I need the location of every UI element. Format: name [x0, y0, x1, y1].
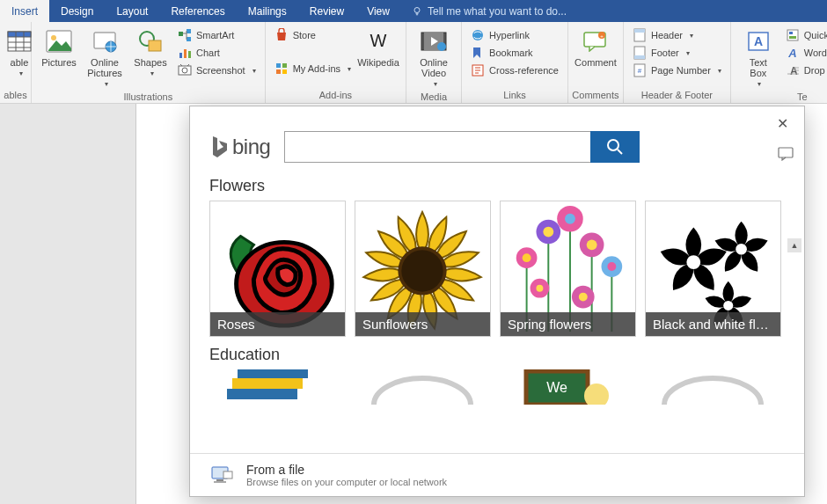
svg-point-44 — [608, 140, 618, 150]
svg-rect-38 — [787, 30, 798, 40]
tab-references[interactable]: References — [159, 0, 236, 22]
tab-view[interactable]: View — [355, 0, 401, 22]
table-button[interactable]: able — [5, 26, 33, 79]
shapes-label: Shapes — [134, 57, 166, 68]
shapes-button[interactable]: Shapes — [128, 26, 172, 79]
flowers-thumbnails: Roses — [209, 201, 785, 337]
hyperlink-icon — [471, 28, 485, 42]
group-label-media: Media — [406, 90, 461, 104]
addins-icon — [274, 62, 289, 76]
drop-cap-label: Drop Cap — [804, 65, 827, 76]
svg-text:+: + — [600, 33, 604, 39]
svg-rect-81 — [223, 471, 232, 478]
svg-text:A: A — [754, 34, 763, 48]
text-box-button[interactable]: A Text Box — [736, 26, 780, 90]
tab-review[interactable]: Review — [298, 0, 355, 22]
svg-point-54 — [523, 253, 531, 262]
group-links: Hyperlink Bookmark Cross-reference Links — [462, 22, 568, 103]
thumb-roses[interactable]: Roses — [209, 201, 346, 337]
svg-rect-71 — [232, 378, 303, 389]
store-button[interactable]: Store — [271, 27, 355, 43]
close-button[interactable]: ✕ — [772, 113, 794, 134]
online-video-button[interactable]: Online Video — [412, 26, 456, 90]
scroll-track[interactable] — [787, 252, 801, 453]
thumb-sunflowers[interactable]: Sunflowers — [355, 201, 491, 337]
svg-text:W: W — [370, 31, 387, 50]
online-pictures-button[interactable]: Online Pictures — [83, 26, 127, 90]
thumb-edu-4[interactable] — [645, 369, 781, 405]
header-button[interactable]: Header — [629, 27, 725, 43]
page-number-label: Page Number — [651, 65, 711, 76]
dialog-search-bar: bing — [190, 106, 804, 168]
thumb-edu-1[interactable] — [209, 369, 346, 405]
tab-layout[interactable]: Layout — [105, 0, 159, 22]
tell-me-search[interactable]: Tell me what you want to do... — [401, 0, 567, 22]
thumb-bw-flowers[interactable]: Black and white flo... — [645, 201, 781, 337]
svg-rect-31 — [634, 29, 645, 33]
education-thumbnails: We — [209, 369, 785, 405]
svg-point-77 — [664, 378, 761, 405]
wordart-button[interactable]: A WordArt — [782, 45, 827, 61]
text-box-icon: A — [744, 27, 772, 55]
group-label-tables: ables — [0, 88, 31, 103]
tab-insert[interactable]: Insert — [0, 0, 49, 22]
feedback-button[interactable] — [778, 147, 794, 161]
pictures-button[interactable]: Pictures — [37, 26, 81, 69]
quick-parts-button[interactable]: Quick Parts — [782, 27, 827, 43]
video-icon — [420, 27, 448, 55]
group-media: Online Video Media — [406, 22, 462, 103]
group-label-text: Te — [731, 90, 827, 104]
group-addins: Store My Add-ins W Wikipedia Add-ins — [266, 22, 406, 103]
group-label-illustrations: Illustrations — [32, 90, 265, 104]
thumb-spring-flowers[interactable]: Spring flowers — [500, 201, 636, 337]
quick-parts-icon — [786, 28, 800, 42]
dialog-scrollbar[interactable]: ▲ ▼ — [787, 238, 801, 453]
screenshot-button[interactable]: Screenshot — [174, 62, 260, 78]
screenshot-icon — [178, 63, 192, 77]
thumb-edu-3[interactable]: We — [500, 369, 636, 405]
online-pictures-dialog: ✕ bing Flowers — [189, 106, 805, 497]
online-pictures-label: Online Pictures — [87, 57, 122, 78]
drop-cap-button[interactable]: A Drop Cap — [782, 62, 827, 78]
search-input[interactable] — [284, 131, 590, 163]
comment-button[interactable]: + Comment — [574, 26, 618, 69]
dialog-body: Flowers Roses — [190, 168, 804, 453]
cross-reference-button[interactable]: Cross-reference — [467, 62, 562, 78]
from-file-option[interactable]: From a file Browse files on your compute… — [190, 453, 804, 496]
tab-mailings[interactable]: Mailings — [237, 0, 298, 22]
comment-label: Comment — [575, 57, 617, 68]
svg-point-58 — [565, 214, 575, 224]
svg-rect-13 — [184, 49, 187, 58]
computer-icon — [209, 463, 234, 487]
hyperlink-button[interactable]: Hyperlink — [467, 27, 562, 43]
cross-ref-label: Cross-reference — [489, 65, 559, 76]
svg-rect-12 — [179, 53, 182, 58]
svg-point-4 — [51, 35, 56, 40]
svg-rect-33 — [634, 55, 645, 59]
smartart-button[interactable]: SmartArt — [174, 27, 260, 43]
footer-button[interactable]: Footer — [629, 45, 725, 61]
thumb-roses-caption: Roses — [210, 312, 345, 336]
page-number-button[interactable]: # Page Number — [629, 62, 725, 78]
group-label-addins: Add-ins — [266, 88, 406, 103]
comment-icon: + — [582, 27, 610, 55]
smartart-icon — [178, 28, 192, 42]
svg-point-68 — [736, 244, 747, 255]
online-video-label: Online Video — [420, 57, 448, 78]
tab-design[interactable]: Design — [49, 0, 105, 22]
scroll-up-arrow[interactable]: ▲ — [787, 238, 801, 252]
svg-point-24 — [437, 42, 446, 51]
my-addins-button[interactable]: My Add-ins — [271, 61, 355, 77]
section-education-title: Education — [209, 346, 785, 364]
chart-button[interactable]: Chart — [174, 45, 260, 61]
svg-text:A: A — [787, 47, 796, 60]
footer-icon — [633, 46, 647, 60]
store-label: Store — [293, 30, 316, 40]
thumb-edu-2[interactable] — [355, 369, 491, 405]
svg-rect-14 — [188, 51, 191, 58]
svg-rect-9 — [179, 32, 183, 36]
search-button[interactable] — [590, 131, 640, 163]
screenshot-label: Screenshot — [196, 65, 245, 76]
bookmark-button[interactable]: Bookmark — [467, 45, 562, 61]
wikipedia-button[interactable]: W Wikipedia — [356, 26, 400, 69]
